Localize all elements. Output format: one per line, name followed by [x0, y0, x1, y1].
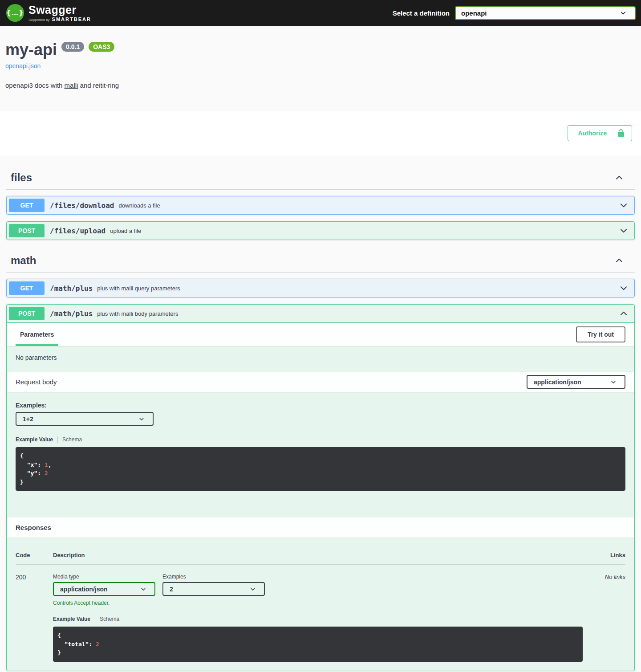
- operation-summary: downloads a file: [119, 202, 619, 209]
- operation-summary: upload a file: [110, 228, 619, 234]
- tab-parameters[interactable]: Parameters: [16, 323, 58, 346]
- brand-text: Swagger Supported by SMARTBEAR: [28, 4, 91, 22]
- scheme-container: Authorize: [0, 111, 641, 155]
- chevron-down-icon: [610, 379, 617, 385]
- method-badge: GET: [9, 199, 45, 212]
- content-type-value: application/json: [534, 379, 581, 386]
- description-text: and reitit-ring: [78, 81, 119, 89]
- model-example-tabs: Example Value Schema: [16, 436, 625, 443]
- description-text: openapi3 docs with: [5, 81, 65, 89]
- request-body-label: Request body: [16, 378, 57, 386]
- operations-wrapper: files GET /files/download downloads a fi…: [0, 155, 641, 672]
- api-info-section: my-api 0.0.1 OAS3 openapi.json openapi3 …: [0, 26, 641, 111]
- method-badge: GET: [9, 281, 45, 295]
- oas-badge: OAS3: [89, 42, 114, 52]
- operation-row-post-files-upload[interactable]: POST /files/upload upload a file: [6, 221, 635, 240]
- topbar: {…} Swagger Supported by SMARTBEAR Selec…: [0, 0, 641, 26]
- operation-summary: plus with malli body parameters: [97, 310, 619, 317]
- supported-by-label: Supported by: [28, 18, 50, 22]
- tab-example-value[interactable]: Example Value: [16, 436, 57, 443]
- page-title: my-api: [5, 42, 57, 58]
- response-code: 200: [16, 574, 53, 662]
- response-row-200: 200 Media type application/json: [16, 565, 625, 662]
- operation-expanded-post-math-plus: POST /math/plus plus with malli body par…: [6, 304, 635, 671]
- operation-row-get-math-plus[interactable]: GET /math/plus plus with malli query par…: [6, 279, 635, 297]
- spec-url-link[interactable]: openapi.json: [5, 62, 41, 69]
- no-parameters-message: No parameters: [7, 346, 634, 372]
- responses-section: Code Description Links 200 Media type ap…: [7, 538, 634, 671]
- request-examples-select[interactable]: 1+2: [16, 412, 154, 426]
- parameters-tab-header: Parameters Try it out: [7, 323, 634, 346]
- brand-name: Swagger: [28, 4, 91, 16]
- chevron-down-icon[interactable]: [619, 226, 629, 236]
- tab-example-value[interactable]: Example Value: [53, 616, 95, 622]
- response-example-code[interactable]: { "total": 2 }: [53, 627, 583, 662]
- column-description: Description: [53, 552, 583, 558]
- model-example-tabs: Example Value Schema: [53, 616, 583, 622]
- chevron-down-icon[interactable]: [619, 200, 629, 210]
- brand-subtitle: Supported by SMARTBEAR: [28, 17, 91, 22]
- logo-braces-glyph: {…}: [6, 9, 24, 17]
- operation-path: /math/plus: [50, 310, 93, 318]
- operation-summary: plus with malli query parameters: [97, 285, 619, 292]
- operation-path: /files/upload: [50, 227, 105, 235]
- swagger-logo[interactable]: {…} Swagger Supported by SMARTBEAR: [6, 4, 91, 22]
- method-badge: POST: [9, 307, 45, 320]
- request-example-value: 1+2: [23, 415, 33, 423]
- media-type-label: Media type: [53, 574, 155, 580]
- parameters-tab-label: Parameters: [20, 331, 54, 338]
- response-links-value: No links: [583, 574, 625, 662]
- tag-title: files: [11, 171, 32, 184]
- tag-header-math[interactable]: math: [6, 249, 635, 273]
- version-badge: 0.0.1: [61, 42, 84, 52]
- swagger-logo-icon: {…}: [6, 4, 24, 22]
- responses-header: Responses: [7, 517, 634, 538]
- response-examples-select[interactable]: 2: [162, 582, 265, 596]
- api-description: openapi3 docs with malli and reitit-ring: [5, 81, 636, 89]
- chevron-down-icon: [620, 9, 627, 16]
- operation-path: /math/plus: [50, 284, 93, 293]
- examples-label: Examples:: [16, 402, 625, 409]
- responses-table-header: Code Description Links: [16, 546, 625, 565]
- chevron-down-icon: [250, 586, 256, 592]
- definition-select[interactable]: openapi: [455, 6, 636, 20]
- request-body-header: Request body application/json: [7, 372, 634, 392]
- tab-schema[interactable]: Schema: [57, 436, 82, 443]
- request-content-type-select[interactable]: application/json: [527, 375, 625, 389]
- tab-schema[interactable]: Schema: [95, 616, 119, 622]
- column-links: Links: [583, 552, 625, 558]
- chevron-up-icon[interactable]: [614, 173, 624, 183]
- response-description: Media type application/json Examples 2: [53, 574, 583, 662]
- smartbear-label: SMARTBEAR: [52, 17, 91, 22]
- operation-row-get-files-download[interactable]: GET /files/download downloads a file: [6, 196, 635, 215]
- request-body-section: Examples: 1+2 Example Value Schema { "x"…: [7, 392, 634, 517]
- tag-header-files[interactable]: files: [6, 166, 635, 190]
- tag-section-math: math GET /math/plus plus with malli quer…: [6, 249, 635, 671]
- response-examples-label: Examples: [162, 574, 265, 580]
- chevron-up-icon[interactable]: [614, 256, 624, 265]
- response-media-type-select[interactable]: application/json: [53, 582, 155, 596]
- definition-select-value: openapi: [461, 9, 487, 17]
- responses-title: Responses: [16, 524, 51, 531]
- tag-title: math: [11, 254, 36, 267]
- accept-header-note: Controls Accept header.: [53, 600, 583, 606]
- request-example-code[interactable]: { "x": 1, "y": 2 }: [16, 447, 625, 491]
- method-badge: POST: [9, 224, 45, 237]
- select-definition-label: Select a definition: [393, 9, 450, 17]
- tag-section-files: files GET /files/download downloads a fi…: [6, 166, 635, 240]
- column-code: Code: [16, 552, 53, 558]
- chevron-down-icon[interactable]: [619, 283, 629, 293]
- chevron-down-icon: [138, 416, 145, 422]
- operation-summary-row[interactable]: POST /math/plus plus with malli body par…: [7, 305, 634, 323]
- authorize-label: Authorize: [578, 130, 607, 137]
- operation-path: /files/download: [50, 201, 114, 210]
- try-it-out-button[interactable]: Try it out: [576, 326, 625, 342]
- response-example-value: 2: [170, 586, 173, 593]
- unlocked-padlock-icon: [617, 129, 625, 138]
- chevron-up-icon[interactable]: [619, 309, 629, 318]
- malli-link[interactable]: malli: [65, 81, 78, 89]
- authorize-button[interactable]: Authorize: [568, 125, 632, 141]
- definition-selector: Select a definition openapi: [393, 6, 636, 20]
- chevron-down-icon: [140, 586, 146, 592]
- media-type-value: application/json: [60, 586, 108, 593]
